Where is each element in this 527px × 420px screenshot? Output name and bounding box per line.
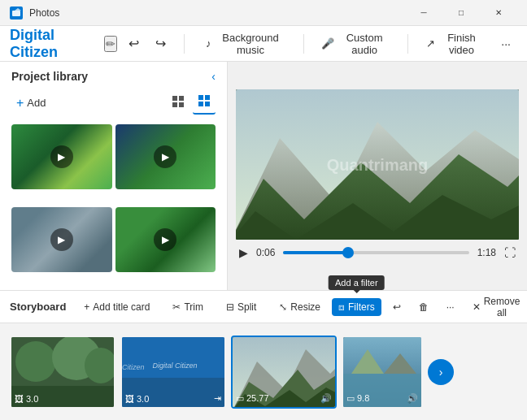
delete-clip-button[interactable]: 🗑 [412,298,435,316]
view-toggle [167,91,216,115]
storyboard-clip[interactable]: 🖼 3.0 [10,336,115,409]
edit-title-button[interactable]: ✏ [104,36,117,52]
delete-icon: 🗑 [419,301,429,313]
split-icon: ⊟ [226,301,234,313]
close-button[interactable]: ✕ [480,0,517,26]
clip-duration: 9.8 [357,393,369,403]
play-overlay: ▶ [154,145,176,168]
split-label: Split [237,301,256,313]
undo-button[interactable]: ↩ [124,32,144,54]
resize-icon: ⤡ [279,301,287,313]
svg-rect-4 [179,96,184,101]
undo-icon: ↩ [393,301,401,313]
add-label: Add [27,97,46,109]
fullscreen-button[interactable]: ⛶ [504,246,516,259]
play-button[interactable]: ▶ [239,246,248,259]
svg-rect-9 [198,102,203,106]
remove-all-button[interactable]: ✕ Remove all [466,292,527,322]
app-icon [10,6,23,19]
collapse-panel-button[interactable]: ‹ [211,70,216,83]
storyboard-clip-selected[interactable]: ▭ 25.77 🔊 [231,336,337,409]
storyboard-clip[interactable]: Digital Citizen 🖼 3.0 Digital Citizen ⇥ [120,336,226,409]
media-item[interactable]: ▶ [11,207,112,272]
filter-tooltip: Add a filter [329,275,385,290]
time-current: 0:06 [256,247,275,258]
svg-rect-10 [205,102,210,106]
toolbar-separator-3 [407,34,408,54]
clip-audio-icon: ⇥ [214,393,221,404]
app-title-bar: Photos [29,7,59,19]
undo-clip-button[interactable]: ↩ [386,298,407,316]
toolbar-right: ♪ Background music 🎤 Custom audio ↗ Fini… [198,27,517,61]
project-title: Digital Citizen [10,27,94,61]
clip-more-button[interactable]: ··· [440,298,461,316]
mountain-scene: Quantrimang [236,89,519,240]
content-area: Project library ‹ + Add [0,62,527,290]
left-panel: Project library ‹ + Add [0,62,228,290]
grid-view-button[interactable] [167,91,189,115]
export-icon: ↗ [426,37,435,50]
add-media-button[interactable]: + Add [11,93,50,114]
add-toolbar: + Add [0,88,227,121]
video-controls: ▶ 0:06 1:18 ⛶ [236,240,519,262]
svg-rect-22 [122,378,226,409]
title-bar-left: Photos [10,6,59,19]
clip-duration: 25.77 [246,393,269,403]
maximize-button[interactable]: □ [442,0,480,26]
audio-icon: 🎤 [321,37,334,50]
filters-wrapper: Add a filter ⧈ Filters [332,298,381,316]
play-overlay: ▶ [154,228,176,251]
play-overlay: ▶ [50,145,73,168]
progress-fill [283,251,348,254]
next-clips-button[interactable]: › [428,359,454,385]
clip-text-overlay: Digital Citizen [120,362,173,381]
play-overlay: ▶ [50,228,73,251]
list-view-button[interactable] [193,91,216,115]
media-grid: ▶ ▶ ▶ ▶ [0,121,227,290]
add-title-card-label: Add title card [93,301,150,313]
split-button[interactable]: ⊟ Split [220,298,263,316]
clip-type-icon: ▭ [236,393,244,404]
storyboard-title: Storyboard [10,301,66,313]
svg-rect-1 [12,11,20,16]
trim-label: Trim [184,301,203,313]
clip-audio-icon: 🔊 [407,393,418,404]
plus-icon: + [16,96,24,110]
background-music-label: Background music [216,32,285,56]
chevron-right-icon: › [439,366,443,379]
main-toolbar: Digital Citizen ✏ ↩ ↪ ♪ Background music… [0,26,527,62]
trim-icon: ✂ [172,301,181,313]
redo-button[interactable]: ↪ [150,32,171,54]
minimize-button[interactable]: ─ [405,0,442,26]
resize-button[interactable]: ⤡ Resize [272,298,327,316]
toolbar-separator [184,34,185,54]
svg-rect-5 [172,102,177,107]
progress-thumb [342,247,354,258]
finish-video-label: Finish video [440,32,484,56]
add-title-card-button[interactable]: + Add title card [77,298,156,316]
video-preview-panel: Quantrimang ▶ 0:06 1:18 ⛶ [228,62,527,290]
background-music-button[interactable]: ♪ Background music [198,27,294,61]
progress-bar[interactable] [283,251,468,254]
storyboard-toolbar: Storyboard + Add title card ✂ Trim ⊟ Spl… [0,291,527,323]
clip-type-icon: 🖼 [125,394,134,404]
clip-audio-icon: 🔊 [320,393,332,404]
filters-button[interactable]: ⧈ Filters [332,298,381,316]
storyboard-clip[interactable]: ▭ 9.8 🔊 [342,336,423,409]
custom-audio-button[interactable]: 🎤 Custom audio [313,27,398,61]
trim-button[interactable]: ✂ Trim [166,298,210,316]
clip-label: 🖼 3.0 [15,394,38,404]
storyboard-area: Storyboard + Add title card ✂ Trim ⊟ Spl… [0,290,527,420]
media-item[interactable]: ▶ [115,207,216,272]
svg-rect-3 [172,96,177,101]
panel-title: Project library [11,70,88,83]
remove-all-x-icon: ✕ [473,301,481,313]
more-icon: ··· [446,301,455,313]
finish-video-button[interactable]: ↗ Finish video [418,27,492,61]
media-item[interactable]: ▶ [115,124,216,189]
filters-label: Filters [348,301,375,313]
more-options-button[interactable]: ··· [494,32,517,55]
clip-label: ▭ 25.77 [236,393,269,404]
media-item[interactable]: ▶ [11,124,112,189]
resize-label: Resize [290,301,320,313]
